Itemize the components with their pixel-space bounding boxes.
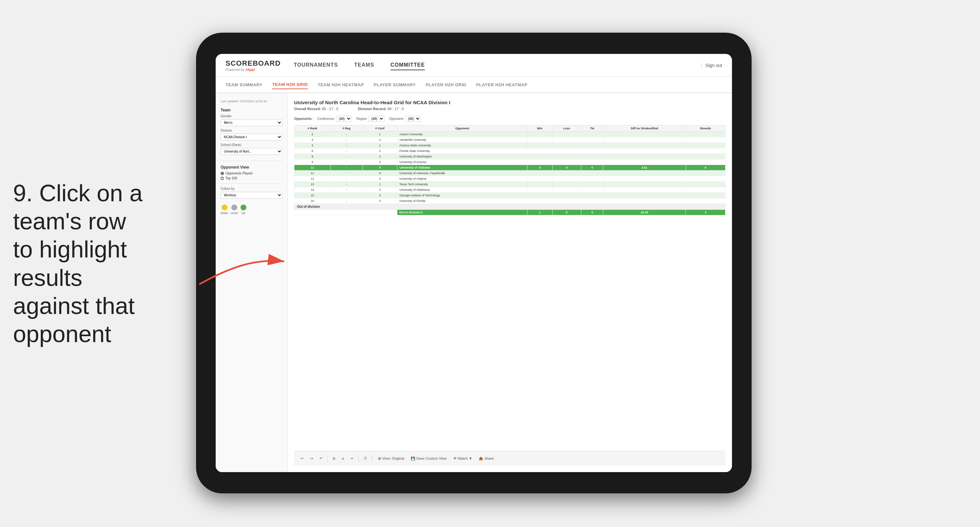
nav-tournaments[interactable]: TOURNAMENTS xyxy=(294,61,338,70)
sidebar-school-label: School (Rank) xyxy=(221,143,282,147)
toolbar-save[interactable]: 💾 Save Custom View xyxy=(409,456,448,461)
cell-diff xyxy=(603,154,686,159)
cell-division-label: NCAA Division II xyxy=(397,210,527,215)
table-row-active[interactable]: 11 - 5 University of Alabama 3 0 0 2.61 … xyxy=(294,165,725,170)
gender-select[interactable]: Men's xyxy=(221,119,282,126)
subnav-player-summary[interactable]: PLAYER SUMMARY xyxy=(374,81,416,89)
cell-diff: 26.00 xyxy=(603,210,686,215)
subnav-player-h2h-grid[interactable]: PLAYER H2H GRID xyxy=(425,81,466,89)
table-row[interactable]: 3 - 2 Vanderbilt University xyxy=(294,137,725,143)
nav-teams[interactable]: TEAMS xyxy=(354,61,374,70)
school-select[interactable]: University of Nort... xyxy=(221,148,282,155)
cell-loss xyxy=(552,198,581,204)
toolbar-copy[interactable]: ⧉ xyxy=(331,456,337,461)
toolbar-clock[interactable]: ⏱ xyxy=(362,456,369,461)
subnav-player-h2h-heatmap[interactable]: PLAYER H2H HEATMAP xyxy=(476,81,527,89)
table-row[interactable]: 4 - 1 Arizona State University xyxy=(294,143,725,148)
cell-diff xyxy=(603,148,686,154)
table-row[interactable]: 16 - 3 University of Florida xyxy=(294,198,725,204)
toolbar-watch[interactable]: 👁 Watch ▼ xyxy=(452,456,474,461)
table-row[interactable]: 12 - 3 University of Virginia xyxy=(294,176,725,182)
toolbar-view[interactable]: 🖥 View: Original xyxy=(376,456,406,461)
cell-rank: 3 xyxy=(294,137,331,143)
cell-loss xyxy=(552,154,581,159)
cell-rank: 6 xyxy=(294,148,331,154)
cell-opponent: University of Alabama xyxy=(397,165,527,170)
col-rank: # Rank xyxy=(294,126,331,132)
cell-conf: 2 xyxy=(363,137,397,143)
cell-win xyxy=(527,182,552,187)
table-row[interactable]: 15 - 4 Georgia Institute of Technology xyxy=(294,193,725,198)
sub-nav: TEAM SUMMARY TEAM H2H GRID TEAM H2H HEAT… xyxy=(216,77,732,93)
toolbar-share[interactable]: 📤 Share xyxy=(477,456,495,461)
radio-dot-2 xyxy=(221,177,224,180)
table-row[interactable]: 2 - 1 Auburn University xyxy=(294,132,725,137)
cell-diff xyxy=(603,187,686,193)
toolbar-paste[interactable]: ⧈ xyxy=(340,456,346,461)
opponent-filter[interactable]: (All) xyxy=(405,116,420,122)
cell-diff xyxy=(603,193,686,198)
filter-row: Opponents: Conference (All) Region (All) xyxy=(294,116,725,122)
toolbar-cut[interactable]: ✂ xyxy=(349,456,355,461)
table-row[interactable]: 6 - 2 Florida State University xyxy=(294,148,725,154)
conference-filter[interactable]: (All) xyxy=(336,116,352,122)
filter-region: Region (All) xyxy=(356,116,384,122)
cell-opponent: University of Arkansas, Fayetteville xyxy=(397,170,527,176)
cell-tie xyxy=(581,187,603,193)
cell-reg: - xyxy=(330,187,363,193)
cell-rounds xyxy=(686,148,725,154)
cell-diff xyxy=(603,143,686,148)
table-row[interactable]: 9 - 3 University of Arizona xyxy=(294,159,725,165)
cell-diff xyxy=(603,198,686,204)
division-select[interactable]: NCAA Division I xyxy=(221,134,282,140)
subnav-team-h2h-heatmap[interactable]: TEAM H2H HEATMAP xyxy=(318,81,364,89)
toolbar-undo[interactable]: ↩ xyxy=(299,456,305,461)
nav-committee[interactable]: COMMITTEE xyxy=(390,61,425,70)
subnav-team-h2h-grid[interactable]: TEAM H2H GRID xyxy=(272,80,308,89)
table-row[interactable]: 11 - 6 University of Arkansas, Fayettevi… xyxy=(294,170,725,176)
col-reg: # Reg xyxy=(330,126,363,132)
cell-conf: 4 xyxy=(363,193,397,198)
radio-opponents-played[interactable]: Opponents Played xyxy=(221,172,282,175)
logo-brand: clippi xyxy=(245,68,255,72)
cell-reg: - xyxy=(330,198,363,204)
cell-tie xyxy=(581,182,603,187)
toolbar-div2 xyxy=(358,455,359,462)
table-row[interactable]: 8 - 2 University of Washington xyxy=(294,154,725,159)
cell-tie: 0 xyxy=(581,165,603,170)
section-header-out: Out of division xyxy=(294,204,725,210)
cell-conf: 5 xyxy=(363,165,397,170)
sign-out-link[interactable]: Sign out xyxy=(705,63,722,68)
table-row[interactable]: 14 - 2 University of Oklahoma xyxy=(294,187,725,193)
filter-opponents-label: Opponents: xyxy=(294,117,312,121)
cell-conf: 3 xyxy=(363,159,397,165)
cell-opponent: University of Virginia xyxy=(397,176,527,182)
cell-diff xyxy=(603,132,686,137)
toolbar-back[interactable]: ↶ xyxy=(318,456,324,461)
colour-by-select[interactable]: Win/loss xyxy=(221,192,282,199)
cell-loss xyxy=(552,187,581,193)
toolbar-redo[interactable]: ↪ xyxy=(309,456,315,461)
grid-records: Overall Record: 89 - 17 - 0 Division Rec… xyxy=(294,107,725,111)
cell-reg: - xyxy=(330,132,363,137)
legend-dot-down xyxy=(221,205,228,210)
table-row[interactable]: 13 - 1 Texas Tech University xyxy=(294,182,725,187)
cell-tie: 0 xyxy=(581,210,603,215)
logo-powered: Powered by clippi xyxy=(226,68,281,72)
cell-reg: - xyxy=(330,193,363,198)
col-conf: # Conf xyxy=(363,126,397,132)
main-nav: TOURNAMENTS TEAMS COMMITTEE xyxy=(294,61,701,70)
subnav-team-summary[interactable]: TEAM SUMMARY xyxy=(226,81,262,89)
cell-opponent: Texas Tech University xyxy=(397,182,527,187)
cell-tie xyxy=(581,193,603,198)
radio-top100[interactable]: Top 100 xyxy=(221,177,282,180)
cell-rank: 8 xyxy=(294,154,331,159)
cell-reg: - xyxy=(330,159,363,165)
cell-opponent: University of Florida xyxy=(397,198,527,204)
cell-rounds: 8 xyxy=(686,165,725,170)
sidebar-team-label: Team xyxy=(221,108,282,112)
region-filter[interactable]: (All) xyxy=(369,116,384,122)
table-row-out-division[interactable]: NCAA Division II 1 0 0 26.00 3 xyxy=(294,210,725,215)
cell-rank: 15 xyxy=(294,193,331,198)
cell-win xyxy=(527,176,552,182)
